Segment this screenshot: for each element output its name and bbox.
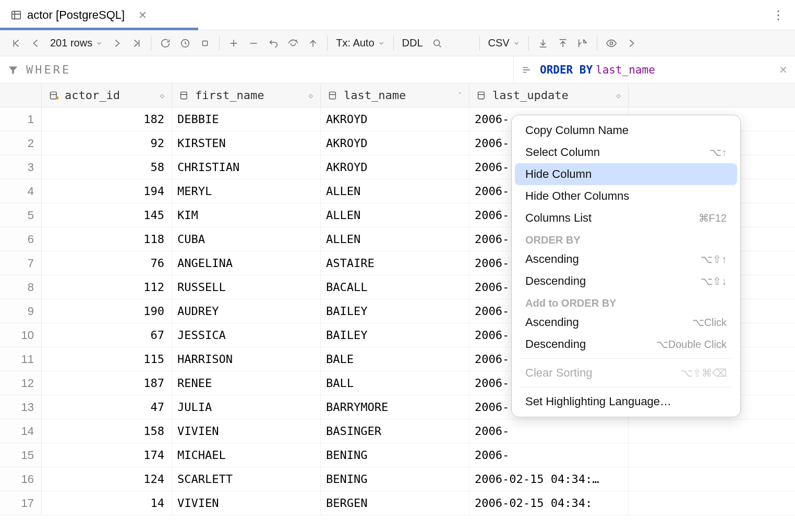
cell-actor-id[interactable]: 187 [42, 371, 172, 395]
row-number[interactable]: 6 [0, 227, 41, 251]
cell-first-name[interactable]: RENEE [172, 371, 321, 395]
first-page-button[interactable] [7, 34, 25, 52]
row-number[interactable]: 15 [0, 443, 41, 467]
cell-last-name[interactable]: BERGEN [321, 491, 469, 515]
column-header-last_update[interactable]: last_update◇ [469, 83, 629, 107]
cell-actor-id[interactable]: 158 [42, 419, 172, 443]
remove-row-button[interactable] [245, 34, 262, 52]
row-number[interactable]: 17 [0, 491, 41, 515]
preview-changes-button[interactable] [284, 34, 302, 52]
cell-last-name[interactable]: BENING [321, 467, 469, 491]
tx-mode-dropdown[interactable]: Tx: Auto [333, 37, 388, 49]
cell-last-update[interactable]: 2006- [469, 443, 629, 467]
cell-first-name[interactable]: SCARLETT [172, 467, 321, 491]
close-icon[interactable]: ✕ [138, 9, 147, 21]
cell-actor-id[interactable]: 76 [42, 251, 172, 275]
menu-item-descending[interactable]: Descending⌥⇧↓ [515, 270, 737, 292]
menu-item-hide-column[interactable]: Hide Column [515, 163, 737, 185]
cell-last-update[interactable]: 2006- [469, 419, 629, 443]
menu-item-ascending[interactable]: Ascending⌥Click [515, 311, 737, 333]
cell-first-name[interactable]: VIVIEN [172, 491, 321, 515]
menu-item-columns-list[interactable]: Columns List⌘F12 [515, 207, 737, 229]
cell-first-name[interactable]: DEBBIE [172, 107, 321, 131]
last-page-button[interactable] [128, 34, 146, 52]
menu-item-set-highlighting-language[interactable]: Set Highlighting Language… [515, 391, 737, 413]
cell-last-name[interactable]: ALLEN [321, 179, 469, 203]
row-number[interactable]: 7 [0, 251, 41, 275]
cell-last-name[interactable]: BAILEY [321, 323, 469, 347]
next-page-button[interactable] [108, 34, 126, 52]
cell-last-name[interactable]: BAILEY [321, 299, 469, 323]
clear-orderby-icon[interactable]: ✕ [779, 64, 788, 76]
cell-first-name[interactable]: MERYL [172, 179, 321, 203]
stop-button[interactable] [196, 34, 214, 52]
row-number[interactable]: 1 [0, 107, 41, 131]
cell-first-name[interactable]: CUBA [172, 227, 321, 251]
cell-first-name[interactable]: VIVIEN [172, 419, 321, 443]
row-number[interactable]: 12 [0, 371, 41, 395]
menu-item-descending[interactable]: Descending⌥Double Click [515, 333, 737, 355]
clock-icon[interactable] [176, 34, 194, 52]
commit-button[interactable] [304, 34, 322, 52]
row-number[interactable]: 8 [0, 275, 41, 299]
cell-actor-id[interactable]: 190 [42, 299, 172, 323]
cell-last-name[interactable]: ALLEN [321, 203, 469, 227]
row-number[interactable]: 4 [0, 179, 41, 203]
export-format-dropdown[interactable]: CSV [485, 37, 523, 49]
table-row[interactable]: 158VIVIENBASINGER2006- [42, 419, 795, 443]
ddl-button[interactable]: DDL [399, 37, 426, 49]
cell-first-name[interactable]: CHRISTIAN [172, 155, 321, 179]
cell-first-name[interactable]: KIRSTEN [172, 131, 321, 155]
cell-actor-id[interactable]: 174 [42, 443, 172, 467]
row-number[interactable]: 3 [0, 155, 41, 179]
cell-actor-id[interactable]: 92 [42, 131, 172, 155]
menu-item-ascending[interactable]: Ascending⌥⇧↑ [515, 248, 737, 270]
cell-last-name[interactable]: BASINGER [321, 419, 469, 443]
reload-button[interactable] [156, 34, 174, 52]
sort-icon[interactable] [521, 64, 533, 76]
cell-actor-id[interactable]: 194 [42, 179, 172, 203]
cell-first-name[interactable]: AUDREY [172, 299, 321, 323]
cell-first-name[interactable]: KIM [172, 203, 321, 227]
cell-last-name[interactable]: ALLEN [321, 227, 469, 251]
revert-button[interactable] [264, 34, 282, 52]
chevron-right-icon[interactable] [622, 34, 640, 52]
upload-icon[interactable] [554, 34, 572, 52]
cell-last-update[interactable]: 2006-02-15 04:34: [469, 491, 629, 515]
cell-first-name[interactable]: RUSSELL [172, 275, 321, 299]
row-number[interactable]: 11 [0, 347, 41, 371]
cell-actor-id[interactable]: 182 [42, 107, 172, 131]
cell-last-name[interactable]: ASTAIRE [321, 251, 469, 275]
table-row[interactable]: 174MICHAELBENING2006- [42, 443, 795, 467]
cell-first-name[interactable]: HARRISON [172, 347, 321, 371]
cell-last-name[interactable]: BARRYMORE [321, 395, 469, 419]
row-number[interactable]: 16 [0, 467, 41, 491]
download-icon[interactable] [534, 34, 552, 52]
where-label[interactable]: WHERE [26, 63, 71, 76]
cell-actor-id[interactable]: 58 [42, 155, 172, 179]
prev-page-button[interactable] [27, 34, 45, 52]
table-row[interactable]: 124SCARLETTBENING2006-02-15 04:34:… [42, 467, 795, 491]
table-row[interactable]: 14VIVIENBERGEN2006-02-15 04:34: [42, 491, 795, 515]
cell-actor-id[interactable]: 118 [42, 227, 172, 251]
cell-actor-id[interactable]: 115 [42, 347, 172, 371]
cell-last-name[interactable]: AKROYD [321, 155, 469, 179]
cell-last-name[interactable]: BALE [321, 347, 469, 371]
rows-count-dropdown[interactable]: 201 rows [47, 37, 106, 49]
menu-item-copy-column-name[interactable]: Copy Column Name [515, 119, 737, 141]
cell-first-name[interactable]: MICHAEL [172, 443, 321, 467]
column-header-first_name[interactable]: first_name◇ [172, 83, 321, 107]
row-number[interactable]: 14 [0, 419, 41, 443]
menu-item-select-column[interactable]: Select Column⌥↑ [515, 141, 737, 163]
cell-first-name[interactable]: JULIA [172, 395, 321, 419]
row-number[interactable]: 5 [0, 203, 41, 227]
cell-first-name[interactable]: JESSICA [172, 323, 321, 347]
cell-actor-id[interactable]: 67 [42, 323, 172, 347]
orderby-expression[interactable]: ORDER BY last_name [540, 64, 655, 76]
row-number[interactable]: 10 [0, 323, 41, 347]
filter-icon[interactable] [7, 64, 19, 76]
cell-last-update[interactable]: 2006-02-15 04:34:… [469, 467, 629, 491]
cell-last-name[interactable]: BENING [321, 443, 469, 467]
column-header-last_name[interactable]: last_name˄ [321, 83, 469, 107]
cell-last-name[interactable]: BACALL [321, 275, 469, 299]
